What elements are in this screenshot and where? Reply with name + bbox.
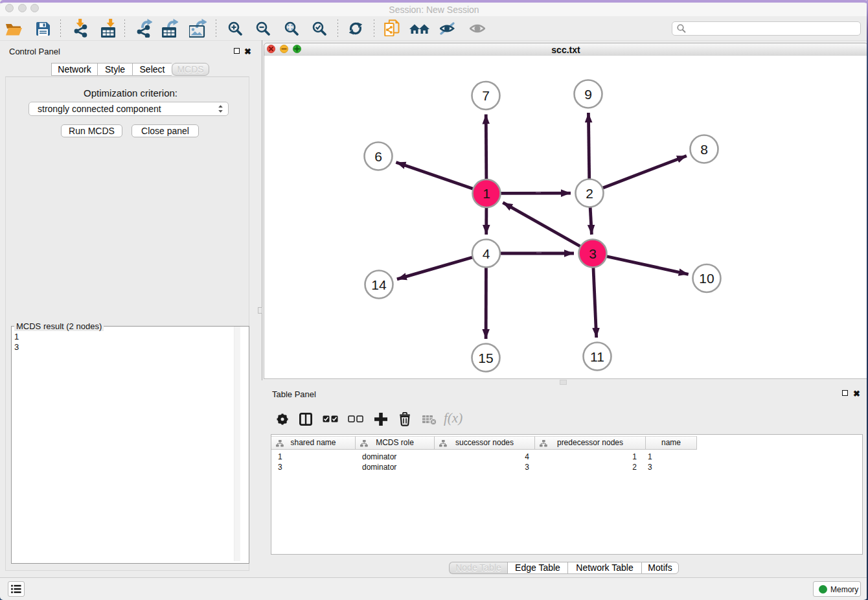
svg-text:14: 14	[371, 277, 387, 292]
svg-text:3: 3	[589, 246, 597, 261]
svg-text:8: 8	[700, 142, 708, 157]
svg-text:1: 1	[483, 186, 490, 201]
svg-text:7: 7	[482, 88, 490, 103]
svg-text:10: 10	[699, 271, 714, 286]
svg-text:4: 4	[483, 246, 490, 261]
svg-text:11: 11	[590, 349, 604, 364]
svg-text:15: 15	[478, 351, 493, 365]
svg-text:9: 9	[584, 87, 592, 102]
svg-text:2: 2	[586, 186, 593, 201]
svg-text:6: 6	[374, 149, 382, 164]
